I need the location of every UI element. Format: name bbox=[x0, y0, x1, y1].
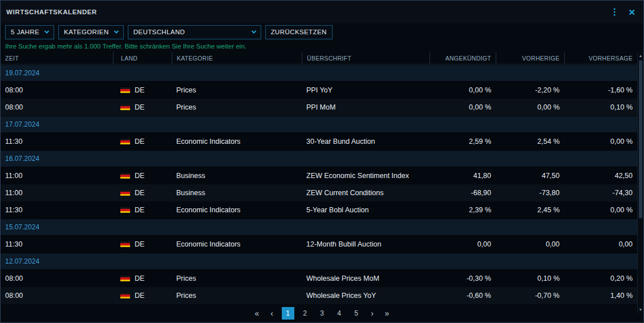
announced-cell: 0,00 % bbox=[430, 103, 496, 111]
filter-bar: 5 JAHRE KATEGORIEN DEUTSCHLAND ZURÜCKSET… bbox=[1, 23, 643, 41]
calendar-table: ZEIT LAND KATEGORIE ÜBERSCHRIFT ANGEKÜND… bbox=[1, 52, 637, 304]
country-cell: DE bbox=[113, 172, 172, 180]
category-cell: Prices bbox=[172, 292, 302, 300]
date-label: 15.07.2024 bbox=[5, 223, 39, 231]
page-button-2[interactable]: 2 bbox=[299, 307, 311, 320]
table-row[interactable]: 08:00 DE Prices PPI YoY 0,00 % -2,20 % -… bbox=[1, 82, 637, 99]
forecast-cell: 0,10 % bbox=[564, 103, 637, 111]
first-page-button[interactable]: « bbox=[252, 307, 262, 320]
vertical-scrollbar[interactable]: ▲ ▼ bbox=[637, 52, 643, 313]
headline-cell: ZEW Economic Sentiment Index bbox=[302, 172, 430, 180]
date-group-row: 15.07.2024 bbox=[1, 219, 637, 236]
category-cell: Prices bbox=[172, 86, 302, 94]
column-header-kategorie[interactable]: KATEGORIE bbox=[172, 52, 302, 64]
table-header: ZEIT LAND KATEGORIE ÜBERSCHRIFT ANGEKÜND… bbox=[1, 52, 637, 64]
country-code: DE bbox=[135, 138, 144, 146]
column-header-land[interactable]: LAND bbox=[113, 52, 172, 64]
country-cell: DE bbox=[113, 274, 172, 282]
forecast-cell: 0,00 % bbox=[564, 206, 637, 214]
page-button-3[interactable]: 3 bbox=[316, 307, 329, 320]
period-dropdown[interactable]: 5 JAHRE bbox=[5, 25, 54, 39]
country-dropdown[interactable]: DEUTSCHLAND bbox=[128, 25, 261, 39]
table-row[interactable]: 11:30 DE Economic Indicators 30-Year Bun… bbox=[1, 133, 637, 150]
table-row[interactable]: 11:00 DE Business ZEW Economic Sentiment… bbox=[1, 167, 637, 184]
headline-cell: Wholesale Prices MoM bbox=[302, 274, 430, 282]
country-cell: DE bbox=[113, 240, 172, 248]
announced-cell: -0,60 % bbox=[430, 292, 496, 300]
widget-title: WIRTSCHAFTSKALENDER bbox=[6, 9, 97, 15]
chevron-down-icon bbox=[44, 29, 49, 33]
headline-cell: 30-Year Bund Auction bbox=[302, 138, 430, 146]
country-code: DE bbox=[135, 86, 144, 94]
announced-cell: -68,90 bbox=[430, 189, 496, 197]
country-cell: DE bbox=[113, 138, 172, 146]
country-cell: DE bbox=[113, 189, 172, 197]
table-row[interactable]: 11:30 DE Economic Indicators 12-Month Bu… bbox=[1, 236, 637, 253]
table-row[interactable]: 08:00 DE Prices PPI MoM 0,00 % 0,00 % 0,… bbox=[1, 99, 637, 116]
date-label: 12.07.2024 bbox=[5, 257, 39, 265]
country-cell: DE bbox=[113, 86, 172, 94]
time-cell: 08:00 bbox=[1, 86, 113, 94]
title-bar-icons: ⋮ ✕ bbox=[610, 7, 635, 17]
scroll-down-icon[interactable]: ▼ bbox=[638, 306, 643, 313]
forecast-cell: 1,40 % bbox=[564, 292, 637, 300]
country-code: DE bbox=[135, 189, 144, 197]
category-cell: Economic Indicators bbox=[172, 206, 302, 214]
country-code: DE bbox=[135, 240, 144, 248]
table-row[interactable]: 08:00 DE Prices Wholesale Prices YoY -0,… bbox=[1, 287, 637, 304]
column-header-zeit[interactable]: ZEIT bbox=[1, 52, 113, 64]
table-row[interactable]: 11:30 DE Economic Indicators 5-Year Bobl… bbox=[1, 201, 637, 219]
time-cell: 11:00 bbox=[1, 189, 113, 197]
column-header-vorhersage[interactable]: VORHERSAGE bbox=[564, 52, 637, 64]
headline-cell: 12-Month Bubill Auction bbox=[302, 240, 430, 248]
column-header-angekuendigt[interactable]: ANGEKÜNDIGT bbox=[430, 52, 496, 64]
headline-cell: 5-Year Bobl Auction bbox=[302, 206, 430, 214]
category-cell: Economic Indicators bbox=[172, 240, 302, 248]
germany-flag-icon bbox=[120, 173, 130, 179]
country-cell: DE bbox=[113, 103, 172, 111]
page-button-1[interactable]: 1 bbox=[282, 307, 294, 320]
next-page-button[interactable]: › bbox=[367, 307, 378, 320]
headline-cell: PPI MoM bbox=[302, 103, 430, 111]
time-cell: 08:00 bbox=[1, 103, 113, 111]
column-header-vorherige[interactable]: VORHERIGE bbox=[496, 52, 564, 64]
germany-flag-icon bbox=[120, 293, 130, 298]
date-group-row: 12.07.2024 bbox=[1, 253, 637, 270]
table-row[interactable]: 08:00 DE Prices Wholesale Prices MoM -0,… bbox=[1, 270, 637, 287]
announced-cell: 2,39 % bbox=[430, 206, 496, 214]
column-header-ueberschrift[interactable]: ÜBERSCHRIFT bbox=[302, 52, 430, 64]
pagination: « ‹ 1 2 3 4 5 › » bbox=[1, 304, 643, 322]
chevron-down-icon bbox=[251, 29, 256, 33]
reset-button[interactable]: ZURÜCKSETZEN bbox=[265, 25, 333, 39]
prev-page-button[interactable]: ‹ bbox=[267, 307, 277, 320]
time-cell: 11:00 bbox=[1, 172, 113, 180]
headline-cell: PPI YoY bbox=[302, 86, 430, 94]
germany-flag-icon bbox=[120, 139, 130, 144]
germany-flag-icon bbox=[120, 276, 130, 281]
announced-cell: 0,00 bbox=[430, 240, 496, 248]
forecast-cell: -1,60 % bbox=[564, 86, 637, 94]
last-page-button[interactable]: » bbox=[382, 307, 392, 320]
scrollbar-thumb[interactable] bbox=[639, 60, 642, 218]
economic-calendar-widget: WIRTSCHAFTSKALENDER ⋮ ✕ 5 JAHRE KATEGORI… bbox=[0, 0, 644, 323]
table-row[interactable]: 11:00 DE Business ZEW Current Conditions… bbox=[1, 184, 637, 201]
page-button-5[interactable]: 5 bbox=[350, 307, 363, 320]
forecast-cell: 0,20 % bbox=[564, 274, 637, 282]
scrollbar-track[interactable] bbox=[638, 59, 643, 306]
scroll-up-icon[interactable]: ▲ bbox=[638, 52, 643, 59]
country-code: DE bbox=[135, 172, 144, 180]
page-button-4[interactable]: 4 bbox=[333, 307, 346, 320]
categories-dropdown[interactable]: KATEGORIEN bbox=[58, 25, 124, 39]
period-dropdown-value: 5 JAHRE bbox=[11, 29, 39, 35]
announced-cell: 0,00 % bbox=[430, 86, 496, 94]
previous-cell: 0,00 % bbox=[496, 103, 564, 111]
chevron-down-icon bbox=[114, 29, 118, 33]
date-group-row: 19.07.2024 bbox=[1, 64, 637, 82]
previous-cell: 2,45 % bbox=[496, 206, 564, 214]
close-icon[interactable]: ✕ bbox=[628, 8, 635, 17]
date-label: 16.07.2024 bbox=[5, 155, 39, 163]
country-code: DE bbox=[135, 103, 144, 111]
date-group-row: 16.07.2024 bbox=[1, 150, 637, 167]
date-label: 19.07.2024 bbox=[5, 69, 39, 77]
kebab-menu-icon[interactable]: ⋮ bbox=[610, 7, 619, 17]
